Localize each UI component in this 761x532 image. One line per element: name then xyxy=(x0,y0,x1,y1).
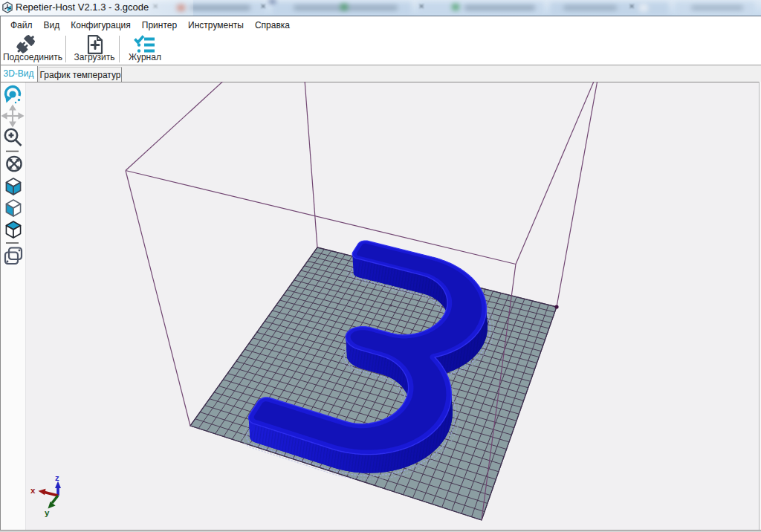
svg-text:x: x xyxy=(30,486,36,495)
svg-text:z: z xyxy=(55,473,59,482)
svg-text:y: y xyxy=(45,508,50,517)
